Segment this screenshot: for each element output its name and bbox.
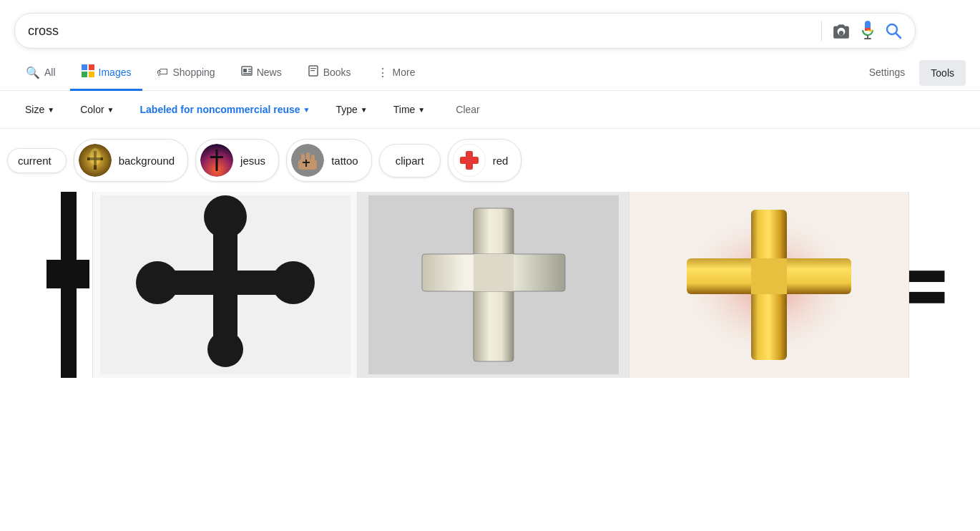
svg-rect-50 xyxy=(474,254,514,291)
filter-bar: Size ▼ Color ▼ Labeled for noncommercial… xyxy=(0,91,980,129)
time-chevron-icon: ▼ xyxy=(418,106,425,114)
camera-icon[interactable] xyxy=(832,23,851,39)
search-input[interactable] xyxy=(28,24,814,39)
chip-tattoo-label: tattoo xyxy=(331,155,358,167)
tools-label: Tools xyxy=(931,67,954,79)
tab-images-label: Images xyxy=(99,67,132,78)
image-cell-4[interactable] xyxy=(629,192,908,378)
tab-news-label: News xyxy=(257,67,282,78)
type-filter[interactable]: Type ▼ xyxy=(325,98,378,121)
tab-books-label: Books xyxy=(323,67,351,78)
chip-current-label: current xyxy=(18,155,52,167)
chips-row: current background xyxy=(0,129,980,192)
search-bar xyxy=(14,13,916,49)
svg-point-23 xyxy=(89,148,101,165)
svg-rect-16 xyxy=(243,73,251,74)
color-label: Color xyxy=(80,104,104,115)
chip-red[interactable]: red xyxy=(448,139,522,182)
svg-rect-9 xyxy=(89,64,94,70)
books-tab-icon xyxy=(308,65,319,79)
color-chevron-icon: ▼ xyxy=(107,106,114,114)
svg-point-46 xyxy=(207,331,243,367)
tab-books[interactable]: Books xyxy=(296,57,363,90)
chip-clipart[interactable]: clipart xyxy=(379,144,441,177)
search-icons xyxy=(821,21,902,41)
search-icon[interactable] xyxy=(885,22,902,39)
news-tab-icon xyxy=(241,65,253,79)
svg-point-0 xyxy=(839,31,844,36)
type-label: Type xyxy=(336,104,358,115)
svg-rect-39 xyxy=(61,192,77,378)
tab-all[interactable]: 🔍 All xyxy=(14,57,67,90)
svg-point-45 xyxy=(272,261,315,304)
size-label: Size xyxy=(25,104,44,115)
license-label: Labeled for noncommercial reuse xyxy=(140,104,300,115)
svg-rect-55 xyxy=(751,258,787,294)
size-chevron-icon: ▼ xyxy=(47,106,54,114)
license-filter[interactable]: Labeled for noncommercial reuse ▼ xyxy=(129,98,321,121)
more-tab-icon: ⋮ xyxy=(377,66,388,79)
mic-icon[interactable] xyxy=(861,21,875,41)
images-tab-icon xyxy=(82,64,94,80)
image-cell-1[interactable] xyxy=(0,192,93,378)
chip-clipart-label: clipart xyxy=(396,155,424,167)
chip-background[interactable]: background xyxy=(74,139,188,182)
search-tab-icon: 🔍 xyxy=(26,66,40,79)
svg-rect-33 xyxy=(303,162,310,163)
tab-all-label: All xyxy=(44,67,56,78)
tab-shopping-label: Shopping xyxy=(172,67,215,78)
chip-red-thumb xyxy=(453,144,486,177)
svg-rect-13 xyxy=(243,69,247,72)
tab-images[interactable]: Images xyxy=(70,56,143,91)
chip-red-label: red xyxy=(493,155,509,167)
svg-rect-10 xyxy=(82,72,87,77)
search-bar-area xyxy=(0,0,980,56)
settings-tab[interactable]: Settings xyxy=(858,58,917,89)
chip-jesus[interactable]: jesus xyxy=(195,139,279,182)
clear-button[interactable]: Clear xyxy=(446,99,489,120)
color-filter[interactable]: Color ▼ xyxy=(69,98,124,121)
tab-news[interactable]: News xyxy=(230,57,293,90)
divider xyxy=(821,21,822,41)
tab-more-label: More xyxy=(393,67,416,78)
svg-point-44 xyxy=(136,261,179,304)
nav-tabs: 🔍 All Images 🏷 Shopping xyxy=(0,56,980,91)
shopping-tab-icon: 🏷 xyxy=(157,66,168,79)
chip-current[interactable]: current xyxy=(7,148,67,173)
chip-jesus-thumb xyxy=(200,144,233,177)
svg-rect-26 xyxy=(210,156,223,158)
chip-background-thumb xyxy=(79,144,112,177)
tab-shopping[interactable]: 🏷 Shopping xyxy=(145,57,226,89)
svg-rect-5 xyxy=(864,38,871,39)
svg-rect-56 xyxy=(909,193,980,376)
svg-line-7 xyxy=(896,34,901,39)
chip-tattoo[interactable]: tattoo xyxy=(286,139,372,182)
image-grid xyxy=(0,192,980,378)
image-cell-2[interactable] xyxy=(93,192,358,378)
svg-rect-18 xyxy=(310,68,316,69)
svg-rect-19 xyxy=(310,70,315,71)
chip-jesus-label: jesus xyxy=(240,155,265,167)
svg-point-43 xyxy=(204,195,247,238)
size-filter[interactable]: Size ▼ xyxy=(14,98,65,121)
svg-rect-31 xyxy=(311,155,315,163)
chip-tattoo-thumb xyxy=(291,144,324,177)
svg-rect-15 xyxy=(248,71,251,72)
tab-more[interactable]: ⋮ More xyxy=(366,57,427,90)
time-filter[interactable]: Time ▼ xyxy=(383,98,436,121)
svg-rect-25 xyxy=(216,150,218,171)
svg-rect-36 xyxy=(466,151,473,170)
svg-rect-57 xyxy=(909,271,945,282)
image-cell-5[interactable] xyxy=(908,192,980,378)
svg-rect-8 xyxy=(82,64,87,70)
tools-button[interactable]: Tools xyxy=(919,60,966,86)
chip-background-label: background xyxy=(119,155,175,167)
license-chevron-icon: ▼ xyxy=(303,106,310,114)
clear-label: Clear xyxy=(456,104,479,115)
image-cell-3[interactable] xyxy=(358,192,629,378)
svg-rect-11 xyxy=(89,72,94,77)
type-chevron-icon: ▼ xyxy=(361,106,368,114)
settings-label: Settings xyxy=(869,67,906,78)
time-label: Time xyxy=(393,104,416,115)
svg-rect-58 xyxy=(909,292,945,303)
